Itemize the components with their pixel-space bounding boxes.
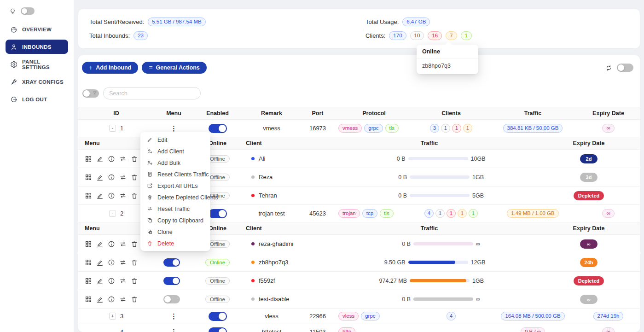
qrcode-icon[interactable] <box>85 296 92 303</box>
qrcode-icon[interactable] <box>85 192 92 199</box>
client-enabled-toggle[interactable] <box>163 277 180 285</box>
protocol-badge: http <box>338 327 355 332</box>
info-icon[interactable] <box>108 192 115 199</box>
search-input[interactable] <box>103 87 201 99</box>
menu-item-delete-depleted-clients[interactable]: Delete Depleted Clients <box>142 192 209 203</box>
client-name: reza-ghadimi <box>259 240 293 247</box>
traffic-used: 9.50 GB <box>373 259 406 266</box>
menu-item-export-all-urls[interactable]: Export All URLs <box>142 180 209 192</box>
delete-icon[interactable] <box>131 277 138 285</box>
sidebar-item-overview[interactable]: OVERVIEW <box>6 22 68 36</box>
clients-count-badge[interactable]: 4 <box>447 312 456 320</box>
add-bulk-icon <box>147 160 153 166</box>
row-menu-button[interactable]: ⋮ <box>170 328 177 332</box>
sidebar-item-inbounds[interactable]: INBOUNDS <box>6 40 68 54</box>
info-icon[interactable] <box>108 259 115 266</box>
filter-toggle[interactable] <box>82 89 99 98</box>
client-enabled-toggle[interactable] <box>163 295 180 303</box>
client-enabled-toggle[interactable] <box>163 258 180 267</box>
dashboard-icon <box>10 26 17 33</box>
reset-traffic-icon[interactable] <box>119 259 127 266</box>
client-row-test-disable: Offline test-disable 0 B∞ ∞ <box>78 290 640 309</box>
stats-right: Total Usage: 6.47 GB Clients: 170 10 16 … <box>366 17 472 40</box>
edit-icon[interactable] <box>96 174 104 181</box>
clients-deactive-badge[interactable]: 1 <box>441 124 450 133</box>
sidebar-item-logout[interactable]: LOG OUT <box>6 92 68 106</box>
reset-traffic-icon[interactable] <box>119 155 127 163</box>
qrcode-icon[interactable] <box>85 259 92 266</box>
menu-item-add-client[interactable]: Add Client <box>142 146 209 157</box>
edit-icon[interactable] <box>96 192 104 199</box>
general-actions-button[interactable]: ≡ General Actions <box>142 62 207 74</box>
info-icon[interactable] <box>108 277 115 285</box>
inbound-enabled-toggle[interactable] <box>209 124 227 133</box>
clients-expiring-badge[interactable]: 7 <box>446 31 457 40</box>
clients-deactive-badge[interactable]: 10 <box>410 31 424 40</box>
menu-item-clone[interactable]: Clone <box>142 226 209 238</box>
inbound-remark: trojan test <box>242 210 302 217</box>
delete-icon[interactable] <box>131 192 138 199</box>
row-menu-button[interactable]: ⋮ <box>170 125 177 132</box>
qrcode-icon[interactable] <box>85 155 92 163</box>
menu-item-edit[interactable]: Edit <box>142 134 209 146</box>
collapse-button[interactable]: - <box>109 125 116 132</box>
clients-online-badge[interactable]: 1 <box>461 31 472 40</box>
delete-icon[interactable] <box>131 296 138 303</box>
clients-label: Clients: <box>366 32 385 39</box>
col-header-traffic: Traffic <box>488 110 578 116</box>
inbound-enabled-toggle[interactable] <box>209 209 227 218</box>
delete-icon[interactable] <box>131 155 138 163</box>
info-icon[interactable] <box>108 296 115 303</box>
sidebar-item-panel-settings[interactable]: PANEL SETTINGS <box>6 57 68 71</box>
edit-icon[interactable] <box>96 296 104 303</box>
info-icon[interactable] <box>108 240 115 248</box>
clients-depleted-badge[interactable]: 16 <box>428 31 442 40</box>
edit-icon <box>147 137 153 143</box>
qrcode-icon[interactable] <box>85 174 92 181</box>
delete-icon[interactable] <box>131 240 138 248</box>
edit-icon[interactable] <box>96 259 104 266</box>
info-icon[interactable] <box>108 174 115 181</box>
inbound-enabled-toggle[interactable] <box>209 327 227 332</box>
inbound-enabled-toggle[interactable] <box>209 312 227 321</box>
clients-depleted-badge[interactable]: 1 <box>452 124 461 133</box>
menu-item-add-bulk[interactable]: Add Bulk <box>142 157 209 169</box>
delete-icon[interactable] <box>131 259 138 266</box>
clients-deactive-badge[interactable]: 1 <box>435 209 445 218</box>
filter-icon <box>93 91 97 95</box>
clients-online-badge[interactable]: 1 <box>469 209 478 218</box>
auto-refresh-toggle[interactable] <box>617 64 633 72</box>
menu-item-reset-traffic[interactable]: Reset Traffic <box>142 203 209 215</box>
edit-icon[interactable] <box>96 240 104 248</box>
row-menu-button[interactable]: ⋮ <box>170 313 177 320</box>
info-icon[interactable] <box>108 155 115 163</box>
clients-count-badge[interactable]: 3 <box>430 124 439 133</box>
clients-expiring-badge[interactable]: 1 <box>458 209 467 218</box>
reset-traffic-icon[interactable] <box>119 174 127 181</box>
menu-item-copy-to-clipboard[interactable]: Copy to Clipboard <box>142 215 209 226</box>
traffic-bar <box>410 279 470 282</box>
reset-traffic-icon[interactable] <box>119 277 127 285</box>
traffic-badge: 384.81 KB / 50.00 GB <box>503 124 563 133</box>
delete-icon[interactable] <box>131 174 138 181</box>
menu-item-reset-clients-traffic[interactable]: Reset Clients Traffic <box>142 169 209 180</box>
reset-traffic-icon[interactable] <box>119 240 127 248</box>
reset-traffic-icon[interactable] <box>119 296 127 303</box>
clients-expiring-badge[interactable]: 1 <box>463 124 472 133</box>
refresh-icon[interactable] <box>605 64 612 71</box>
edit-icon[interactable] <box>96 155 104 163</box>
sidebar-item-xray-configs[interactable]: XRAY CONFIGS <box>6 75 68 89</box>
collapse-button[interactable]: - <box>109 210 116 217</box>
clients-total-badge[interactable]: 170 <box>389 31 406 40</box>
reset-traffic-icon[interactable] <box>119 192 127 199</box>
qrcode-icon[interactable] <box>85 277 92 285</box>
add-inbound-button[interactable]: + Add Inbound <box>82 62 138 74</box>
clients-depleted-badge[interactable]: 1 <box>447 209 456 218</box>
clients-count-badge[interactable]: 4 <box>424 209 434 218</box>
menu-item-delete[interactable]: Delete <box>142 238 209 249</box>
edit-icon[interactable] <box>96 277 104 285</box>
traffic-bar <box>413 242 473 245</box>
qrcode-icon[interactable] <box>85 240 92 248</box>
theme-toggle[interactable] <box>21 7 35 15</box>
expand-button[interactable]: + <box>109 313 116 320</box>
